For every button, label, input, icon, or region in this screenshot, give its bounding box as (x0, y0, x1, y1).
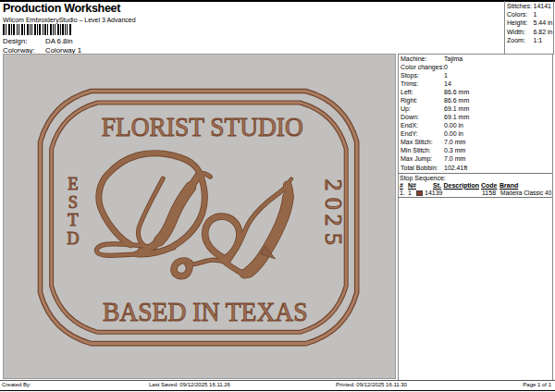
svg-text:2: 2 (320, 214, 347, 226)
svg-text:0: 0 (320, 198, 347, 210)
svg-text:5: 5 (320, 233, 347, 245)
svg-text:FLORIST STUDIO: FLORIST STUDIO (102, 112, 303, 141)
svg-text:E: E (68, 175, 78, 193)
svg-text:D: D (67, 229, 79, 248)
svg-text:T: T (68, 211, 78, 229)
svg-text:2: 2 (320, 179, 347, 191)
svg-text:BASED IN TEXAS: BASED IN TEXAS (103, 297, 308, 326)
svg-text:S: S (68, 193, 78, 212)
